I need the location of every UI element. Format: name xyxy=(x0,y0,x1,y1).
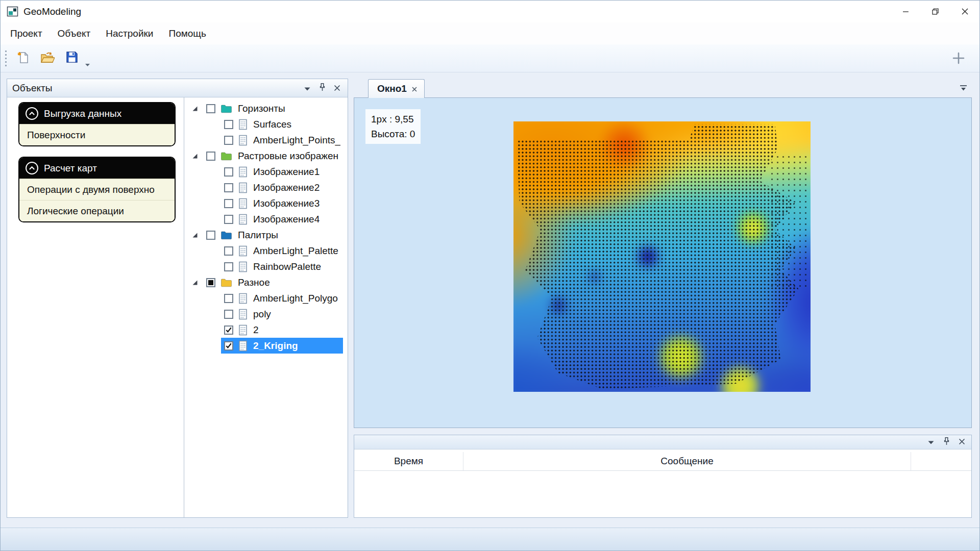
toolbar-grip[interactable] xyxy=(4,49,8,67)
task-group-0-header[interactable]: Выгрузка данных xyxy=(19,103,175,124)
tree-item-label: AmberLight_Palette xyxy=(253,245,338,257)
tree-item-two-kriging[interactable]: 2_Kriging xyxy=(184,338,348,354)
expander-icon[interactable] xyxy=(190,152,199,160)
tree-item-label: Surfaces xyxy=(253,119,291,130)
checkbox[interactable] xyxy=(224,199,233,208)
save-icon xyxy=(65,51,79,66)
checkbox[interactable] xyxy=(206,104,215,113)
tree-item-gorizonty[interactable]: Горизонты xyxy=(184,101,348,116)
panel-menu-icon[interactable] xyxy=(304,83,311,94)
pin-icon[interactable] xyxy=(943,437,950,447)
checkbox[interactable] xyxy=(206,152,215,161)
checkbox[interactable] xyxy=(224,341,233,350)
checkbox[interactable] xyxy=(224,183,233,192)
new-button[interactable] xyxy=(12,47,34,69)
file-icon xyxy=(238,135,248,146)
checkbox[interactable] xyxy=(224,262,233,271)
task-group-1-item-1[interactable]: Логические операции xyxy=(19,200,175,221)
checkbox[interactable] xyxy=(224,246,233,256)
tree-item-row: Изображение1 xyxy=(221,164,343,180)
data-points-grid xyxy=(513,121,811,392)
menu-item-settings[interactable]: Настройки xyxy=(98,23,161,44)
tree-item-rainbowpalette[interactable]: RainbowPalette xyxy=(184,259,348,274)
checkbox[interactable] xyxy=(224,294,233,303)
task-group-0: Выгрузка данныхПоверхности xyxy=(18,102,176,146)
tab-okno1[interactable]: Окно1 xyxy=(368,79,425,98)
checkbox[interactable] xyxy=(224,136,233,145)
tree-item-rastrovye[interactable]: Растровые изображен xyxy=(184,148,348,164)
tree-item-row: 2 xyxy=(221,322,343,338)
expander-icon[interactable] xyxy=(190,279,199,287)
pin-icon[interactable] xyxy=(318,83,326,94)
tree-item-label: Разное xyxy=(238,277,270,288)
file-icon xyxy=(238,309,248,320)
checkbox[interactable] xyxy=(224,167,233,177)
data-points-grid-sparse xyxy=(769,154,808,289)
tree-item-label: Растровые изображен xyxy=(238,151,338,162)
column-message: Сообщение xyxy=(463,452,911,470)
messages-panel: ВремяСообщение xyxy=(354,435,972,518)
save-button[interactable] xyxy=(61,47,83,69)
file-icon xyxy=(238,324,248,336)
tree-item-amberlight-palette[interactable]: AmberLight_Palette xyxy=(184,243,348,259)
height-text: Высота: 0 xyxy=(371,127,415,141)
close-button[interactable] xyxy=(950,1,979,22)
tree-item-label: Изображение1 xyxy=(253,166,320,178)
tree-item-amberlight-points[interactable]: AmberLight_Points_ xyxy=(184,132,348,148)
tree-item-row: Палитры xyxy=(203,227,343,243)
toolbar-overflow-icon[interactable] xyxy=(85,60,90,69)
map-canvas[interactable]: 1px : 9,55 Высота: 0 xyxy=(354,97,972,428)
folder-icon xyxy=(220,278,232,287)
tree-item-palitry[interactable]: Палитры xyxy=(184,227,348,243)
tree-item-izobrazhenie2[interactable]: Изображение2 xyxy=(184,180,348,195)
tabstrip: Окно1 xyxy=(354,79,972,97)
panel-close-icon[interactable] xyxy=(334,83,340,94)
menu-item-help[interactable]: Помощь xyxy=(161,23,213,44)
folder-icon xyxy=(220,151,232,161)
restore-button[interactable] xyxy=(920,1,950,22)
chevron-up-circle-icon xyxy=(26,162,38,174)
tab-close-icon[interactable] xyxy=(411,86,418,92)
checkbox[interactable] xyxy=(206,278,215,287)
menu-item-object[interactable]: Объект xyxy=(50,23,99,44)
tree-item-izobrazhenie3[interactable]: Изображение3 xyxy=(184,195,348,211)
expander-icon[interactable] xyxy=(190,231,199,239)
panel-close-icon[interactable] xyxy=(959,438,965,447)
task-group-0-item-0[interactable]: Поверхности xyxy=(19,124,175,145)
menu-item-project[interactable]: Проект xyxy=(3,23,50,44)
scale-text: 1px : 9,55 xyxy=(371,112,415,127)
titlebar: GeoModeling xyxy=(1,1,979,22)
window-controls xyxy=(891,1,979,22)
tree-item-row: RainbowPalette xyxy=(221,259,343,274)
tree-item-raznoe[interactable]: Разное xyxy=(184,274,348,290)
task-group-1-header[interactable]: Расчет карт xyxy=(19,158,175,179)
tree-item-label: AmberLight_Points_ xyxy=(253,135,340,146)
tree-item-poly[interactable]: poly xyxy=(184,306,348,322)
tree-item-two[interactable]: 2 xyxy=(184,322,348,338)
new-document-icon xyxy=(16,51,30,66)
checkbox[interactable] xyxy=(224,215,233,224)
tree-item-izobrazhenie1[interactable]: Изображение1 xyxy=(184,164,348,180)
window-title: GeoModeling xyxy=(23,6,81,17)
tree-item-izobrazhenie4[interactable]: Изображение4 xyxy=(184,211,348,227)
add-button[interactable] xyxy=(951,51,966,66)
tree-item-row: AmberLight_Palette xyxy=(221,243,343,259)
checkbox[interactable] xyxy=(224,325,233,335)
checkbox[interactable] xyxy=(224,310,233,319)
checkbox[interactable] xyxy=(206,231,215,240)
expander-icon[interactable] xyxy=(190,105,199,113)
menubar: ПроектОбъектНастройкиПомощь xyxy=(1,22,979,44)
file-icon xyxy=(238,261,248,272)
minimize-button[interactable] xyxy=(891,1,920,22)
kriging-surface xyxy=(513,121,811,392)
tree-item-amberlight-polygon[interactable]: AmberLight_Polygo xyxy=(184,290,348,306)
tree-item-surfaces[interactable]: Surfaces xyxy=(184,116,348,132)
checkbox[interactable] xyxy=(224,120,233,129)
object-tree: ГоризонтыSurfacesAmberLight_Points_Растр… xyxy=(184,97,348,517)
open-button[interactable] xyxy=(37,47,58,69)
panel-menu-icon[interactable] xyxy=(927,438,935,447)
tree-item-row: Растровые изображен xyxy=(203,148,343,164)
window-list-icon[interactable] xyxy=(959,84,968,93)
main-column: Окно1 1px : 9,55 Высота: 0 xyxy=(354,79,972,518)
task-group-1-item-0[interactable]: Операции с двумя поверхно xyxy=(19,179,175,200)
